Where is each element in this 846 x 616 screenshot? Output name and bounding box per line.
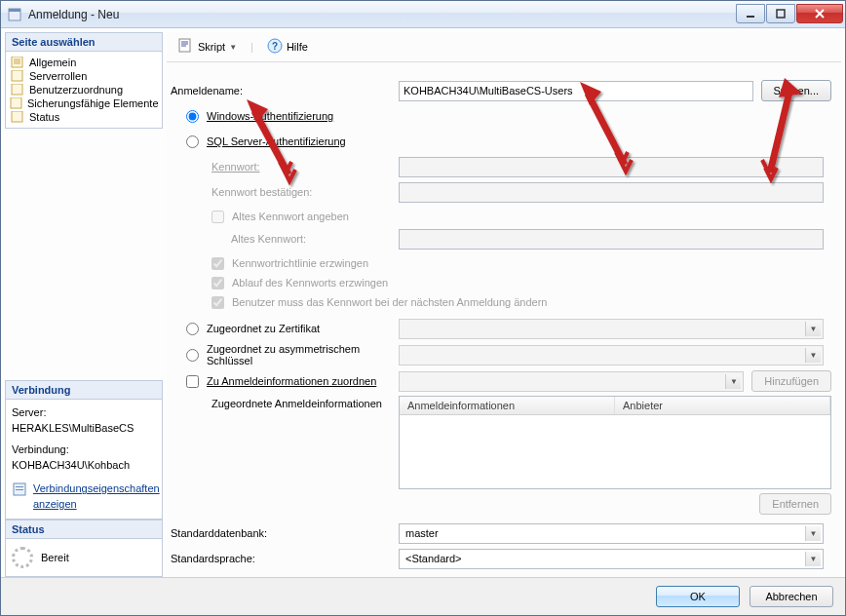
map-creds-checkbox[interactable]	[186, 375, 199, 388]
policy-label: Kennwortrichtlinie erzwingen	[232, 257, 368, 269]
mapped-creds-label: Zugeordnete Anmeldeinformationen	[171, 396, 391, 409]
default-lang-combo[interactable]: <Standard> ▼	[399, 549, 824, 569]
col-cred: Anmeldeinformationen	[400, 397, 615, 414]
script-label: Skript	[198, 41, 225, 53]
connection-value: KOHBACH34U\Kohbach	[12, 458, 156, 474]
svg-rect-2	[747, 16, 754, 18]
sidebar-item-benutzerzuordnung[interactable]: Benutzerzuordnung	[8, 83, 160, 96]
search-button[interactable]: Suchen...	[761, 80, 831, 101]
map-creds-label: Zu Anmeldeinformationen zuordnen	[207, 375, 376, 387]
chevron-down-icon[interactable]: ▼	[805, 552, 821, 566]
svg-rect-11	[12, 84, 22, 95]
svg-rect-10	[12, 70, 22, 81]
asym-combo: ▼	[399, 345, 824, 366]
sidebar-item-serverrollen[interactable]: Serverrollen	[8, 69, 160, 83]
sidebar-item-label: Status	[29, 111, 59, 123]
sidebar-item-label: Allgemein	[29, 57, 76, 68]
old-password-input	[399, 229, 824, 250]
add-button: Hinzufügen	[751, 370, 831, 392]
page-icon	[10, 111, 25, 123]
svg-line-22	[588, 94, 625, 165]
mapped-cert-label: Zugeordnet zu Zertifikat	[207, 323, 320, 334]
password-confirm-label: Kennwort bestätigen:	[171, 186, 391, 198]
creds-combo: ▼	[399, 371, 744, 392]
script-dropdown[interactable]: Skript ▼	[174, 36, 241, 58]
default-db-label: Standarddatenbank:	[171, 527, 391, 539]
mapped-creds-table: Anmeldeinformationen Anbieter	[399, 396, 831, 489]
chevron-down-icon[interactable]: ▼	[805, 526, 821, 541]
page-icon	[10, 70, 25, 82]
titlebar: Anmeldung - Neu	[1, 1, 845, 28]
mapped-cert-radio[interactable]	[186, 323, 199, 335]
default-lang-value: <Standard>	[405, 553, 462, 564]
windows-auth-label: Windows-Authentifizierung	[207, 110, 333, 122]
connection-properties-link[interactable]: Verbindungseigenschaften anzeigen	[33, 481, 160, 513]
ok-button[interactable]: OK	[656, 586, 740, 607]
sidebar-item-label: Sicherungsfähige Elemente	[27, 97, 159, 109]
page-icon	[10, 97, 23, 109]
chevron-down-icon: ▼	[805, 322, 821, 336]
svg-rect-1	[9, 9, 20, 12]
server-value: HERAKLES\MultiBaseCS	[12, 421, 156, 437]
help-icon: ?	[267, 38, 283, 56]
default-lang-label: Standardsprache:	[171, 553, 391, 564]
login-name-label: Anmeldename:	[171, 85, 391, 96]
col-provider: Anbieter	[615, 397, 830, 414]
sql-auth-radio-row: SQL Server-Authentifizierung	[171, 135, 391, 148]
status-spinner-icon	[12, 547, 33, 568]
help-button[interactable]: ? Hilfe	[263, 36, 312, 58]
status-header: Status	[5, 520, 163, 539]
mustchange-label: Benutzer muss das Kennwort bei der nächs…	[232, 296, 547, 308]
properties-icon	[12, 481, 27, 502]
minimize-button[interactable]	[736, 4, 765, 23]
sidebar-item-sicherungsfaehige[interactable]: Sicherungsfähige Elemente	[8, 96, 160, 110]
old-password-checkbox	[212, 211, 224, 223]
cert-combo: ▼	[399, 319, 824, 339]
password-label: Kennwort:	[171, 161, 391, 173]
sidebar-header: Seite auswählen	[5, 32, 163, 52]
connection-label: Verbindung:	[12, 443, 156, 458]
mapped-asym-radio[interactable]	[186, 349, 199, 362]
chevron-down-icon: ▼	[805, 348, 821, 363]
server-label: Server:	[12, 405, 156, 421]
svg-rect-16	[16, 489, 23, 490]
expire-label: Ablauf des Kennworts erzwingen	[232, 277, 388, 289]
old-password-chk-label: Altes Kennwort angeben	[232, 211, 349, 222]
expire-checkbox	[212, 277, 224, 289]
default-db-value: master	[405, 527, 439, 539]
remove-button: Entfernen	[759, 493, 831, 515]
default-db-combo[interactable]: master ▼	[399, 523, 824, 544]
windows-auth-radio[interactable]	[186, 110, 199, 123]
svg-rect-3	[777, 10, 785, 18]
window-title: Anmeldung - Neu	[28, 8, 736, 21]
script-icon	[178, 38, 194, 56]
chevron-down-icon: ▼	[725, 374, 741, 389]
page-icon	[10, 57, 25, 68]
sidebar-item-label: Serverrollen	[29, 70, 87, 82]
password-confirm-input	[399, 182, 824, 203]
sidebar-item-status[interactable]: Status	[8, 110, 160, 124]
mustchange-checkbox	[212, 296, 224, 309]
maximize-button[interactable]	[766, 4, 795, 23]
svg-text:?: ?	[272, 41, 278, 52]
svg-rect-12	[11, 97, 21, 108]
app-icon	[7, 7, 22, 22]
login-name-input[interactable]	[399, 81, 753, 101]
status-text: Bereit	[41, 552, 69, 563]
svg-rect-13	[12, 111, 22, 122]
cancel-button[interactable]: Abbrechen	[750, 586, 833, 607]
page-icon	[10, 84, 25, 96]
chevron-down-icon: ▼	[229, 43, 237, 52]
mapped-asym-label: Zugeordnet zu asymmetrischem Schlüssel	[207, 343, 391, 366]
old-password-label: Altes Kennwort:	[171, 233, 391, 245]
svg-rect-15	[16, 486, 23, 487]
sidebar-item-allgemein[interactable]: Allgemein	[8, 56, 160, 69]
close-button[interactable]	[796, 4, 843, 23]
sidebar-item-label: Benutzerzuordnung	[29, 84, 123, 96]
sql-auth-radio[interactable]	[186, 135, 199, 148]
windows-auth-radio-row: Windows-Authentifizierung	[171, 110, 391, 123]
help-label: Hilfe	[287, 41, 308, 53]
connection-header: Verbindung	[5, 380, 163, 400]
policy-checkbox	[212, 257, 224, 270]
password-input	[399, 157, 824, 177]
